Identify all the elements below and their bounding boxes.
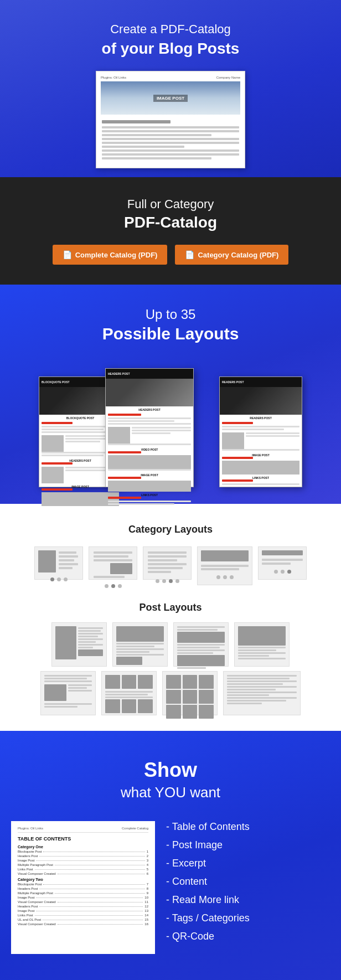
layouts-preview: BLOCKQUOTE POST BLOCKQUOTE POST [6, 360, 335, 487]
layouts-title: Possible Layouts [6, 324, 335, 343]
page-title-left: BLOCKQUOTE POST [42, 380, 70, 384]
toc-entry-2-6: Headers Post 12 [18, 905, 148, 908]
preview-header-left: Plugins: Oil Links [101, 76, 126, 79]
toc-entry-1-3: Image Post 3 [18, 859, 148, 862]
toc-preview: Plugins: Oil Links Complete Catalog TABL… [11, 821, 155, 954]
preview-title-line [102, 120, 170, 123]
toc-cat-1-name: Category One [18, 845, 148, 849]
preview-header-right: Company Name [216, 76, 240, 79]
preview-line-8 [102, 153, 239, 156]
preview-image-label: IMAGE POST [153, 95, 188, 102]
show-title: Show [11, 759, 330, 782]
features-list: - Table of Contents - Post Image - Excer… [166, 821, 330, 949]
toc-entry-2-5: Visual Composer Created 11 [18, 900, 148, 904]
cat-layout-3 [143, 546, 192, 580]
toc-cat-2-name: Category Two [18, 878, 148, 881]
preview-line-9 [102, 157, 211, 159]
post-layout-5 [40, 671, 96, 715]
category-layouts-grid [11, 546, 330, 585]
dark-section: Full or Category PDF-Catalog 📄 Complete … [0, 177, 341, 285]
pdf-icon-category: 📄 [185, 250, 194, 259]
pdf-preview: Plugins: Oil Links Company Name IMAGE PO… [96, 71, 245, 168]
hero-section: Create a PDF-Catalog of your Blog Posts … [0, 0, 341, 177]
preview-line-3 [102, 134, 211, 136]
toc-header-left: Plugins: Oil Links [18, 827, 43, 830]
preview-line-7 [102, 149, 239, 152]
toc-entry-2-3: Multiple Paragraph Post 9 [18, 891, 148, 895]
category-catalog-label: Category Catalog (PDF) [198, 251, 278, 259]
layout-page-right: READERS POST READERS POST IMAGE POST [219, 376, 302, 487]
layouts-section: Up to 35 Possible Layouts BLOCKQUOTE POS… [0, 285, 341, 504]
page-bold-center: HEADERS POST [106, 406, 193, 411]
category-catalog-button[interactable]: 📄 Category Catalog (PDF) [175, 245, 288, 265]
page-title-center: HEADERS POST [108, 372, 130, 375]
button-row: 📄 Complete Catalog (PDF) 📄 Category Cata… [11, 245, 330, 265]
post-layouts-title: Post Layouts [11, 602, 330, 613]
post-layout-2 [112, 622, 168, 667]
show-content: Plugins: Oil Links Complete Catalog TABL… [11, 821, 330, 954]
complete-catalog-button[interactable]: 📄 Complete Catalog (PDF) [53, 245, 168, 265]
post-layout-6 [101, 671, 157, 715]
page-bold-right: READERS POST [220, 415, 302, 420]
layouts-subtitle: Up to 35 [6, 307, 335, 322]
preview-hero-image: IMAGE POST [101, 81, 240, 115]
page-hero-right [220, 387, 302, 415]
post-layouts-grid-1 [11, 622, 330, 667]
show-section: Show what YOU want Plugins: Oil Links Co… [0, 731, 341, 980]
toc-header-right: Complete Catalog [122, 827, 148, 830]
toc-entry-1-4: Multiple Paragraph Post 4 [18, 863, 148, 866]
toc-entry-2-10: Visual Composer Created 16 [18, 922, 148, 926]
toc-header: Plugins: Oil Links Complete Catalog [18, 827, 148, 833]
toc-category-two: Category Two Blockquote Post 7 Headers P… [18, 878, 148, 926]
toc-entry-2-1: Blockquote Post 7 [18, 883, 148, 886]
feature-tags: - Tags / Categories [166, 912, 330, 924]
post-layout-3 [173, 622, 229, 667]
feature-image: - Post Image [166, 839, 330, 851]
toc-entry-2-7: Image Post 13 [18, 909, 148, 912]
cat-layout-1 [34, 546, 83, 580]
post-layout-8 [223, 671, 301, 715]
page-header-center: HEADERS POST [106, 369, 193, 379]
post-layout-7 [162, 671, 218, 715]
cat-layout-5 [258, 546, 307, 580]
toc-entry-1-2: Headers Post 2 [18, 854, 148, 858]
feature-toc: - Table of Contents [166, 821, 330, 833]
category-layouts-title: Category Layouts [11, 524, 330, 535]
toc-entry-2-2: Headers Post 8 [18, 887, 148, 890]
page-header-right: READERS POST [220, 377, 302, 387]
toc-entry-2-8: Links Post 14 [18, 914, 148, 917]
preview-line-4 [102, 138, 239, 140]
white-layouts-section: Category Layouts [0, 504, 341, 731]
hero-title: of your Blog Posts [11, 40, 330, 58]
cat-layout-2 [89, 546, 137, 580]
post-layout-4 [234, 622, 290, 667]
page-content-center: VIDEO POST IMAGE POST LINKS POST [106, 411, 193, 508]
show-subtitle: what YOU want [11, 784, 330, 801]
page-content-right: IMAGE POST LINKS POST [220, 420, 302, 488]
preview-line-2 [102, 130, 239, 132]
dark-title: PDF-Catalog [11, 214, 330, 231]
preview-line-6 [102, 146, 184, 148]
feature-read-more: - Read More link [166, 894, 330, 906]
feature-qrcode: - QR-Code [166, 931, 330, 942]
layout-page-center: HEADERS POST HEADERS POST VIDE [105, 368, 194, 487]
toc-entry-2-4: Image Post 10 [18, 896, 148, 899]
toc-main-title: TABLE OF CONTENTS [18, 836, 148, 842]
post-layouts-grid-2 [11, 671, 330, 715]
cat-layout-4 [197, 546, 252, 585]
toc-entry-2-9: UL and OL Post 15 [18, 918, 148, 921]
feature-excerpt: - Excerpt [166, 858, 330, 869]
page-title-right: READERS POST [222, 380, 244, 384]
complete-catalog-label: Complete Catalog (PDF) [75, 251, 158, 259]
toc-entry-1-5: Links Post 5 [18, 868, 148, 871]
post-layout-1 [51, 622, 107, 667]
toc-category-one: Category One Blockquote Post 1 Headers P… [18, 845, 148, 875]
toc-entry-1-1: Blockquote Post 1 [18, 850, 148, 853]
toc-entry-1-6: Visual Composer Created 6 [18, 872, 148, 875]
preview-line-5 [102, 142, 239, 144]
preview-content [101, 118, 240, 163]
pdf-icon-complete: 📄 [63, 250, 72, 259]
preview-line-1 [102, 126, 239, 128]
dark-subtitle: Full or Category [11, 197, 330, 212]
feature-content: - Content [166, 876, 330, 888]
